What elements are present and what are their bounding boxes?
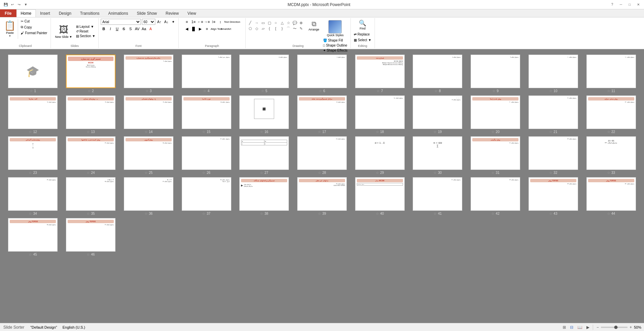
shape-diamond-icon[interactable]: ◇	[254, 26, 259, 31]
find-button[interactable]: 🔍 Find	[353, 19, 373, 31]
slide-thumb-26[interactable]: محتوای اسلاید ۲۶ ☆26	[179, 136, 234, 175]
shape-star-icon[interactable]: ☆	[286, 20, 291, 25]
shape-curly-icon[interactable]: }	[279, 26, 285, 31]
slide-thumb-21[interactable]: محتوای اسلاید ۲۱ ☆21	[526, 95, 581, 134]
shape-bracket-icon[interactable]: [	[273, 26, 278, 31]
arrange-button[interactable]: ⧉ Arrange	[307, 19, 321, 32]
justify-button[interactable]: ≡	[204, 26, 210, 32]
slide-thumb-5[interactable]: محتوای اسلاید ۵ ☆5	[237, 55, 292, 93]
font-size-select[interactable]: 60	[142, 19, 155, 25]
increase-indent-button[interactable]: →≡	[204, 19, 210, 25]
tab-slideshow[interactable]: Slide Show	[133, 9, 161, 17]
slide-thumb-36[interactable]: A = π Vمحتوای اسلاید ۳۶ ☆36	[121, 177, 176, 215]
slide-thumb-44[interactable]: روش TOPSIS محتوای اسلاید ۴۴ ☆44	[583, 177, 639, 215]
underline-button[interactable]: U	[114, 26, 120, 32]
layout-button[interactable]: ⊞ Layout▼	[75, 24, 96, 29]
slide-thumb-37[interactable]: محتوای اسلاید ۳۷جدول داده‌ها ☆37	[179, 177, 234, 215]
zoom-in-btn[interactable]: +	[629, 324, 633, 330]
italic-button[interactable]: I	[107, 26, 113, 32]
shape-rounded-rect-icon[interactable]: ▢	[267, 20, 272, 25]
shape-arc-icon[interactable]: ⌒	[286, 26, 291, 31]
normal-view-btn[interactable]: ⊞	[562, 324, 567, 330]
decrease-indent-button[interactable]: ←≡	[197, 19, 203, 25]
slide-thumb-31[interactable]: روش برگزینی محتوای اسلاید ۳۱ ☆31	[468, 136, 523, 175]
shape-effects-button[interactable]: ✦ Shape Effects	[322, 48, 348, 53]
close-btn[interactable]: ✕	[635, 2, 641, 8]
slide-thumb-2[interactable]: تصمیم گیری چند معیاره MCDM Multi Criteri…	[63, 55, 118, 93]
slide-thumb-40[interactable]: مدل MCDM نمودار شبکه‌ای ☆40	[352, 177, 407, 215]
align-left-button[interactable]: ◀	[184, 26, 190, 32]
slide-thumb-13[interactable]: ب - روش‌های دیماری محتوای اسلاید ۱۳ ☆13	[63, 95, 118, 134]
slide-thumb-11[interactable]: محتوای اسلاید ۱۱ ☆11	[583, 55, 639, 93]
redo-quick-btn[interactable]: ↪	[16, 2, 22, 8]
tab-file[interactable]: File	[0, 9, 16, 17]
zoom-out-btn[interactable]: −	[596, 324, 599, 330]
slide-thumb-16[interactable]: ⬛ ☆16	[237, 95, 292, 134]
text-direction-button[interactable]: Text Direction	[224, 20, 240, 23]
change-case-button[interactable]: Aa	[141, 26, 147, 32]
bullets-button[interactable]: ≡	[184, 19, 190, 25]
line-spacing-button[interactable]: ↕	[217, 19, 223, 25]
slide-thumb-6[interactable]: محتوای اسلاید ۶ ☆6	[295, 55, 350, 93]
slide-thumb-33[interactable]: [A] = [B]محتوای اسلاید ۳۳ ☆33	[583, 136, 639, 175]
tab-review[interactable]: Review	[161, 9, 183, 17]
shape-free-icon[interactable]: 〜	[292, 26, 298, 31]
align-center-button[interactable]: ▐▌	[190, 26, 196, 32]
slide-thumb-28[interactable]: محتوای اسلاید ۲۸ ☆28	[295, 136, 350, 175]
bold-button[interactable]: B	[101, 26, 107, 32]
shape-rect-icon[interactable]: ▭	[260, 20, 266, 25]
slideshow-btn[interactable]: ▶	[586, 324, 590, 330]
decrease-font-button[interactable]: A↓	[163, 19, 169, 25]
shape-more-icon[interactable]: ⊕	[299, 20, 304, 25]
shadow-button[interactable]: S	[128, 26, 134, 32]
reset-button[interactable]: ↺ Reset	[75, 29, 96, 34]
strikethrough-button[interactable]: S	[121, 26, 127, 32]
convert-smartart-button[interactable]: SmartArt	[223, 26, 229, 32]
save-quick-btn[interactable]: 💾	[3, 2, 9, 8]
slide-thumb-25[interactable]: روش آنتروپی محتوای اسلاید ۲۵ ☆25	[121, 136, 176, 175]
slide-thumb-23[interactable]: روش‌تبدیل و آلیماس σ↕π ☆23	[5, 136, 61, 175]
slide-thumb-43[interactable]: روش TOPSIS محتوای اسلاید ۴۳ ☆43	[526, 177, 581, 215]
slide-thumb-9[interactable]: محتوای اسلاید ۹ ☆9	[468, 55, 523, 93]
slide-thumb-39[interactable]: مدلهای غیر خطی محتوای اسلاید ۳۹ELECTRE T…	[295, 177, 350, 215]
slide-thumb-30[interactable]: π = 4/d∑ ☆30	[410, 136, 465, 175]
numbering-button[interactable]: 1≡	[190, 19, 196, 25]
slide-thumb-38[interactable]: تصمیم‌گری و انتخابهای چندگانه ▶ مدل‌های …	[237, 177, 292, 215]
font-name-select[interactable]: Arial	[101, 19, 141, 25]
slide-thumb-17[interactable]: مراحل تصمیم‌گیری چند هدفه محتوای اسلاید …	[295, 95, 350, 134]
customize-quick-btn[interactable]: ▼	[23, 2, 29, 8]
format-painter-button[interactable]: 🖌 Format Painter	[19, 30, 49, 36]
slide-thumb-1[interactable]: 🎓 ☆ 1	[5, 55, 61, 93]
font-color-button[interactable]: A	[148, 26, 154, 32]
shape-brace-icon[interactable]: {	[267, 26, 272, 31]
paste-button[interactable]: 📋 Paste ▼	[2, 19, 18, 39]
shape-parallelogram-icon[interactable]: ▱	[260, 26, 266, 31]
select-button[interactable]: ▦ Select▼	[353, 38, 373, 42]
shape-tri-icon[interactable]: △	[279, 20, 285, 25]
slide-thumb-22[interactable]: روش مبتنی مرازی محتوای اسلاید ۲۲ ☆22	[583, 95, 639, 134]
slide-thumb-42[interactable]: محتوای اسلاید ۴۲ ☆42	[468, 177, 523, 215]
slide-thumb-8[interactable]: محتوای اسلاید ۸ ☆8	[410, 55, 465, 93]
new-slide-button[interactable]: 🖼 New Slide▼	[53, 23, 74, 39]
slide-sorter-btn[interactable]: ⊟	[569, 324, 574, 330]
slide-thumb-10[interactable]: محتوای اسلاید ۱۰ ☆10	[526, 55, 581, 93]
shape-oval-icon[interactable]: ○	[273, 20, 278, 25]
tab-home[interactable]: Home	[16, 9, 36, 17]
help-btn[interactable]: ?	[609, 2, 615, 8]
minimize-btn[interactable]: ─	[618, 2, 624, 8]
slide-thumb-15[interactable]: دوزن دانامیا محتوای اسلاید ۱۵ ☆15	[179, 95, 234, 134]
slide-thumb-14[interactable]: ج- روشهای همچبانی محتوای اسلاید ۱۴ ☆14	[121, 95, 176, 134]
shape-callout-icon[interactable]: 💬	[292, 20, 298, 25]
shape-fill-button[interactable]: 🪣 Shape Fill	[322, 38, 348, 43]
slide-thumb-12[interactable]: الف: معارها محتوای اسلاید ۱۲ ☆12	[5, 95, 61, 134]
undo-quick-btn[interactable]: ↩	[9, 2, 15, 8]
slide-thumb-45[interactable]: روش TOPSIS محتوای اسلاید ۴۵ ☆45	[5, 218, 61, 256]
zoom-slider[interactable]	[601, 327, 628, 328]
shape-arrow-icon[interactable]: →	[254, 20, 259, 25]
align-right-button[interactable]: ▶	[197, 26, 203, 32]
replace-button[interactable]: ⇄ Replace	[353, 32, 373, 37]
tab-animations[interactable]: Animations	[104, 9, 132, 17]
slide-thumb-18[interactable]: محتوای اسلاید ۱۸ ☆18	[352, 95, 407, 134]
reading-view-btn[interactable]: 📖	[577, 324, 583, 330]
slide-thumb-35[interactable]: Σ A(+) = Σ...محتوای اسلاید ۳۵ ☆35	[63, 177, 118, 215]
